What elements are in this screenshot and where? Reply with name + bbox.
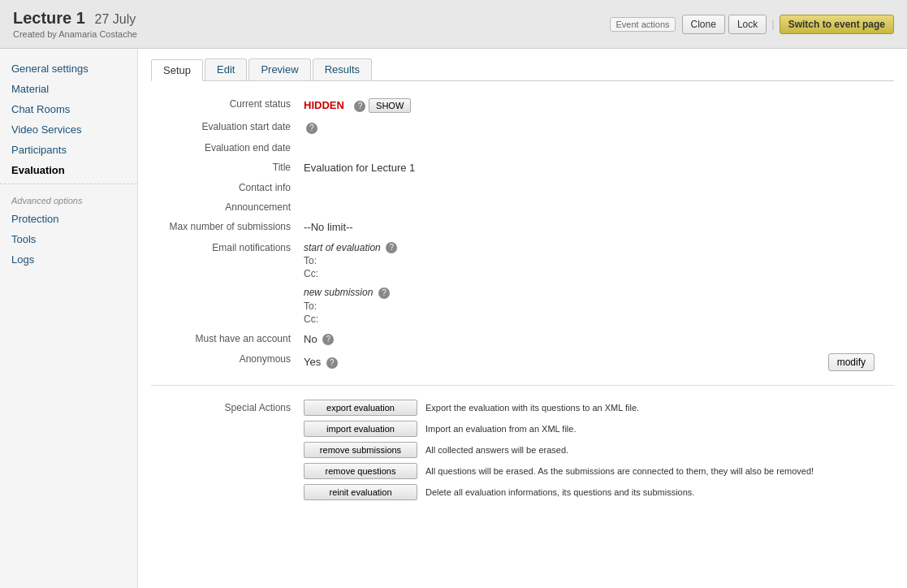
show-button[interactable]: SHOW bbox=[369, 98, 411, 113]
anonymous-help-icon[interactable]: ? bbox=[326, 357, 338, 369]
special-actions-label: Special Actions bbox=[151, 396, 297, 509]
must-have-account-row: Must have an account No ? bbox=[151, 329, 894, 350]
tab-setup[interactable]: Setup bbox=[151, 59, 203, 81]
remove-questions-button[interactable]: remove questions bbox=[304, 463, 417, 479]
email-notifications-value: start of evaluation ? To: Cc: new submis… bbox=[297, 237, 894, 329]
sidebar-item-material[interactable]: Material bbox=[0, 79, 137, 99]
title-label: Title bbox=[151, 158, 297, 178]
eval-start-value: ? bbox=[297, 117, 894, 138]
max-submissions-label: Max number of submissions bbox=[151, 217, 297, 237]
new-submission-help-icon[interactable]: ? bbox=[378, 288, 390, 299]
action-reinit: reinit evaluation Delete all evaluation … bbox=[304, 484, 888, 500]
to-label-1: To: bbox=[304, 255, 888, 266]
sidebar-item-general-settings[interactable]: General settings bbox=[0, 58, 137, 79]
layout: General settings Material Chat Rooms Vid… bbox=[0, 49, 907, 588]
created-by: Created by Anamaria Costache bbox=[13, 29, 137, 39]
reinit-desc: Delete all evaluation informations, its … bbox=[425, 487, 694, 497]
special-actions-table: Special Actions export evaluation Export… bbox=[151, 396, 894, 509]
contact-info-row: Contact info bbox=[151, 178, 894, 197]
remove-submissions-desc: All collected answers will be erased. bbox=[425, 445, 568, 455]
eval-start-label: Evaluation start date bbox=[151, 117, 297, 138]
tabs: Setup Edit Preview Results bbox=[151, 58, 894, 81]
cc-label-2: Cc: bbox=[304, 313, 888, 325]
anonymous-value: Yes ? modify bbox=[297, 349, 894, 375]
sidebar-item-logs[interactable]: Logs bbox=[0, 249, 137, 270]
event-date: 27 July bbox=[95, 12, 136, 26]
advanced-options-label: Advanced options bbox=[0, 188, 137, 209]
export-desc: Export the evaluation with its questions… bbox=[425, 403, 639, 413]
must-have-account-label: Must have an account bbox=[151, 329, 297, 350]
header: Lecture 1 27 July Created by Anamaria Co… bbox=[0, 0, 907, 49]
current-status-label: Current status bbox=[151, 94, 297, 117]
action-remove-questions: remove questions All questions will be e… bbox=[304, 463, 888, 479]
tab-results[interactable]: Results bbox=[313, 58, 372, 80]
email-notifications-row: Email notifications start of evaluation … bbox=[151, 237, 894, 329]
to-label-2: To: bbox=[304, 300, 888, 312]
eval-end-row: Evaluation end date bbox=[151, 138, 894, 158]
must-have-account-value: No ? bbox=[297, 329, 894, 350]
cc-label-1: Cc: bbox=[304, 268, 888, 279]
sidebar-item-participants[interactable]: Participants bbox=[0, 140, 137, 160]
contact-info-label: Contact info bbox=[151, 178, 297, 197]
start-eval-label: start of evaluation bbox=[304, 242, 381, 253]
new-submission-label: new submission bbox=[304, 287, 373, 298]
lock-button[interactable]: Lock bbox=[728, 15, 767, 34]
import-desc: Import an evaluation from an XML file. bbox=[425, 424, 576, 434]
eval-end-label: Evaluation end date bbox=[151, 138, 297, 158]
sidebar-divider bbox=[0, 184, 137, 184]
section-divider bbox=[151, 385, 894, 386]
eval-end-value bbox=[297, 138, 894, 158]
status-help-icon[interactable]: ? bbox=[354, 101, 365, 112]
import-evaluation-button[interactable]: import evaluation bbox=[304, 421, 417, 437]
announcement-row: Announcement bbox=[151, 197, 894, 217]
modify-button[interactable]: modify bbox=[828, 353, 875, 371]
action-remove-submissions: remove submissions All collected answers… bbox=[304, 442, 888, 458]
remove-questions-desc: All questions will be erased. As the sub… bbox=[425, 466, 814, 476]
sidebar-item-evaluation[interactable]: Evaluation bbox=[0, 160, 137, 180]
announcement-label: Announcement bbox=[151, 197, 297, 217]
action-export: export evaluation Export the evaluation … bbox=[304, 400, 888, 416]
header-left: Lecture 1 27 July Created by Anamaria Co… bbox=[13, 9, 137, 39]
action-import: import evaluation Import an evaluation f… bbox=[304, 421, 888, 437]
email-notifications-label: Email notifications bbox=[151, 237, 297, 329]
page-title: Lecture 1 bbox=[13, 9, 85, 27]
title-value: Evaluation for Lecture 1 bbox=[297, 158, 894, 178]
anonymous-label: Anonymous bbox=[151, 349, 297, 375]
anonymous-text: Yes bbox=[304, 356, 321, 368]
switch-to-event-page-button[interactable]: Switch to event page bbox=[780, 15, 894, 34]
main-content: Setup Edit Preview Results Current statu… bbox=[138, 49, 907, 588]
tab-preview[interactable]: Preview bbox=[248, 58, 310, 80]
current-status-row: Current status HIDDEN ? SHOW bbox=[151, 94, 894, 117]
announcement-value bbox=[297, 197, 894, 217]
eval-start-row: Evaluation start date ? bbox=[151, 117, 894, 138]
reinit-evaluation-button[interactable]: reinit evaluation bbox=[304, 484, 417, 500]
must-have-account-text: No bbox=[304, 333, 317, 345]
title-row: Title Evaluation for Lecture 1 bbox=[151, 158, 894, 178]
sidebar-item-chat-rooms[interactable]: Chat Rooms bbox=[0, 99, 137, 119]
anonymous-row: Anonymous Yes ? modify bbox=[151, 349, 894, 375]
eval-start-help-icon[interactable]: ? bbox=[306, 123, 317, 134]
sidebar-item-tools[interactable]: Tools bbox=[0, 229, 137, 249]
max-submissions-row: Max number of submissions --No limit-- bbox=[151, 217, 894, 237]
new-submission-group: new submission ? bbox=[304, 286, 888, 299]
header-right: Event actions Clone Lock | Switch to eve… bbox=[610, 15, 894, 34]
sidebar-item-video-services[interactable]: Video Services bbox=[0, 119, 137, 140]
special-actions-row: Special Actions export evaluation Export… bbox=[151, 396, 894, 509]
max-submissions-value: --No limit-- bbox=[297, 217, 894, 237]
contact-info-value bbox=[297, 178, 894, 197]
must-have-account-help-icon[interactable]: ? bbox=[322, 334, 334, 345]
remove-submissions-button[interactable]: remove submissions bbox=[304, 442, 417, 458]
sidebar: General settings Material Chat Rooms Vid… bbox=[0, 49, 138, 588]
status-badge: HIDDEN bbox=[304, 99, 344, 111]
tab-edit[interactable]: Edit bbox=[205, 58, 247, 80]
clone-button[interactable]: Clone bbox=[682, 15, 725, 34]
start-eval-help-icon[interactable]: ? bbox=[386, 242, 397, 253]
special-actions-value: export evaluation Export the evaluation … bbox=[297, 396, 894, 509]
start-eval-group: start of evaluation ? bbox=[304, 241, 888, 254]
current-status-value: HIDDEN ? SHOW bbox=[297, 94, 894, 117]
event-actions-label: Event actions bbox=[610, 17, 675, 32]
setup-form: Current status HIDDEN ? SHOW Evaluation … bbox=[151, 94, 894, 375]
sidebar-item-protection[interactable]: Protection bbox=[0, 209, 137, 229]
export-evaluation-button[interactable]: export evaluation bbox=[304, 400, 417, 416]
